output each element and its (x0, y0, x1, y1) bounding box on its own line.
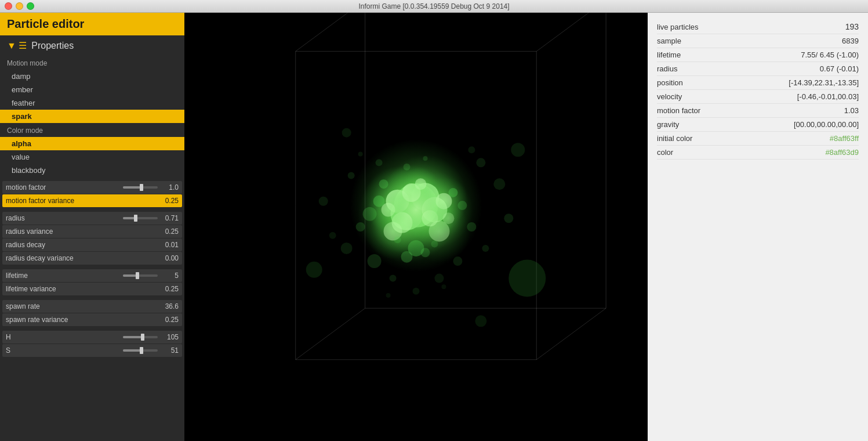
slider-label-radius: radius (6, 214, 119, 222)
slider-value-motion-factor-variance: 0.25 (161, 197, 179, 205)
slider-label-radius-decay-variance: radius decay variance (6, 254, 161, 262)
slider-radius-decay[interactable]: radius decay0.01 (2, 238, 182, 251)
particle-canvas (184, 13, 648, 441)
properties-header: ▼ ☰ Properties (0, 35, 184, 56)
slider-track-motion-factor[interactable] (123, 186, 158, 189)
menu-icon: ▼ ☰ (7, 40, 27, 51)
info-value-position: [-14.39,22.31,-13.35] (789, 78, 859, 87)
slider-value-lifetime: 5 (161, 272, 179, 280)
slider-label-radius-variance: radius variance (6, 227, 161, 236)
slider-radius-decay-variance[interactable]: radius decay variance0.00 (2, 252, 182, 265)
slider-value-motion-factor: 1.0 (161, 183, 179, 191)
center-panel (184, 13, 648, 441)
color-items: alphavalueblackbody (0, 137, 184, 177)
slider-value-radius-variance: 0.25 (161, 227, 179, 236)
minimize-button[interactable] (16, 2, 23, 10)
slider-value-spawn-rate: 36.6 (161, 302, 179, 310)
slider-track-radius[interactable] (123, 217, 158, 219)
info-value-initial-color: #8aff63ff (830, 134, 859, 143)
slider-value-radius-decay: 0.01 (161, 241, 179, 249)
info-row-initial-color: initial color#8aff63ff (657, 132, 859, 146)
slider-label-lifetime-variance: lifetime variance (6, 285, 161, 293)
close-button[interactable] (5, 2, 12, 10)
motion-item-feather[interactable]: feather (0, 96, 184, 110)
info-row-gravity: gravity[00.00,00.00,00.00] (657, 118, 859, 132)
slider-value-radius-decay-variance: 0.00 (161, 254, 179, 262)
maximize-button[interactable] (27, 2, 34, 10)
slider-label-spawn-rate: spawn rate (6, 302, 161, 310)
info-rows: live particles193sample6839lifetime7.55/… (657, 20, 859, 160)
sliders-container: motion factor1.0motion factor variance0.… (0, 181, 184, 357)
slider-value-S: 51 (161, 346, 179, 355)
motion-mode-label: Motion mode (0, 56, 184, 70)
info-row-live-particles: live particles193 (657, 20, 859, 34)
motion-item-damp[interactable]: damp (0, 70, 184, 83)
slider-label-H: H (6, 333, 119, 341)
slider-S[interactable]: S51 (2, 344, 182, 357)
info-value-color: #8aff63d9 (825, 148, 859, 157)
slider-radius[interactable]: radius0.71 (2, 212, 182, 225)
info-value-gravity: [00.00,00.00,00.00] (794, 120, 859, 129)
slider-label-motion-factor: motion factor (6, 183, 119, 191)
slider-lifetime[interactable]: lifetime5 (2, 269, 182, 282)
info-value-radius: 0.67 (-0.01) (820, 64, 859, 73)
info-label-color: color (657, 148, 673, 157)
slider-value-spawn-rate-variance: 0.25 (161, 316, 179, 324)
info-row-position: position[-14.39,22.31,-13.35] (657, 76, 859, 90)
info-label-position: position (657, 78, 683, 87)
slider-label-S: S (6, 346, 119, 355)
info-label-gravity: gravity (657, 120, 679, 129)
window-title: Informi Game [0.0.354.19559 Debug Oct 9 … (358, 2, 509, 10)
info-label-lifetime: lifetime (657, 50, 681, 59)
info-label-initial-color: initial color (657, 134, 692, 143)
left-panel: Particle editor ▼ ☰ Properties Motion mo… (0, 13, 184, 441)
slider-track-lifetime[interactable] (123, 274, 158, 277)
color-item-alpha[interactable]: alpha (0, 137, 184, 150)
info-row-color: color#8aff63d9 (657, 146, 859, 160)
slider-label-lifetime: lifetime (6, 272, 119, 280)
main-content: Particle editor ▼ ☰ Properties Motion mo… (0, 13, 868, 441)
info-value-motion-factor: 1.03 (844, 106, 859, 115)
info-label-velocity: velocity (657, 92, 682, 101)
slider-H[interactable]: H105 (2, 331, 182, 344)
info-label-live-particles: live particles (657, 23, 699, 31)
info-value-live-particles: 193 (845, 22, 859, 31)
right-panel: live particles193sample6839lifetime7.55/… (648, 13, 868, 441)
slider-spawn-rate[interactable]: spawn rate36.6 (2, 300, 182, 313)
motion-item-ember[interactable]: ember (0, 83, 184, 96)
info-row-radius: radius0.67 (-0.01) (657, 62, 859, 76)
slider-radius-variance[interactable]: radius variance0.25 (2, 225, 182, 238)
info-value-velocity: [-0.46,-0.01,00.03] (797, 92, 859, 101)
titlebar: Informi Game [0.0.354.19559 Debug Oct 9 … (0, 0, 868, 13)
slider-motion-factor[interactable]: motion factor1.0 (2, 181, 182, 194)
info-row-sample: sample6839 (657, 34, 859, 48)
slider-spawn-rate-variance[interactable]: spawn rate variance0.25 (2, 313, 182, 326)
info-row-velocity: velocity[-0.46,-0.01,00.03] (657, 90, 859, 104)
slider-label-radius-decay: radius decay (6, 241, 161, 249)
window-controls (5, 2, 34, 10)
info-row-motion-factor: motion factor1.03 (657, 104, 859, 118)
slider-track-S[interactable] (123, 349, 158, 352)
color-mode-label: Color mode (0, 123, 184, 137)
slider-label-spawn-rate-variance: spawn rate variance (6, 316, 161, 324)
slider-track-H[interactable] (123, 336, 158, 338)
slider-value-H: 105 (161, 333, 179, 341)
properties-label: Properties (31, 41, 74, 51)
color-item-blackbody[interactable]: blackbody (0, 164, 184, 177)
info-label-radius: radius (657, 64, 677, 73)
info-label-sample: sample (657, 37, 681, 45)
color-item-value[interactable]: value (0, 150, 184, 164)
slider-value-radius: 0.71 (161, 214, 179, 222)
info-value-sample: 6839 (842, 37, 859, 45)
slider-value-lifetime-variance: 0.25 (161, 285, 179, 293)
info-value-lifetime: 7.55/ 6.45 (-1.00) (801, 50, 859, 59)
panel-title: Particle editor (7, 17, 84, 31)
slider-lifetime-variance[interactable]: lifetime variance0.25 (2, 283, 182, 295)
info-label-motion-factor: motion factor (657, 106, 700, 115)
slider-label-motion-factor-variance: motion factor variance (6, 197, 161, 205)
motion-items: dampemberfeatherspark (0, 70, 184, 123)
panel-scroll[interactable]: Motion mode dampemberfeatherspark Color … (0, 56, 184, 441)
motion-item-spark[interactable]: spark (0, 110, 184, 123)
info-row-lifetime: lifetime7.55/ 6.45 (-1.00) (657, 48, 859, 62)
slider-motion-factor-variance[interactable]: motion factor variance0.25 (2, 194, 182, 207)
